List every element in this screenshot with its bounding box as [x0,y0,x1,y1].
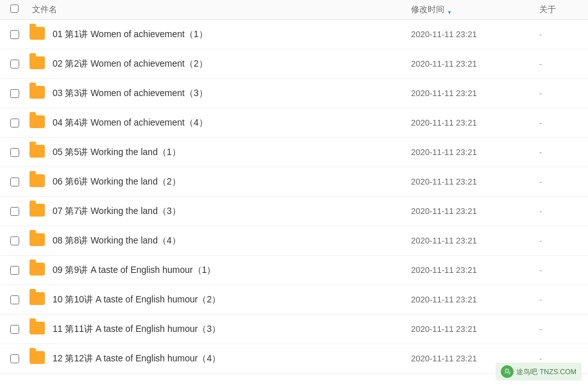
table-row[interactable]: 11 第11讲 A taste of English humour（3） 202… [0,315,588,344]
row-time: 2020-11-11 23:21 [411,177,539,186]
folder-icon [29,174,45,187]
row-checkbox-input[interactable] [10,325,19,334]
row-type: - [539,324,578,334]
table-row[interactable]: 10 第10讲 A taste of English humour（2） 202… [0,285,588,315]
row-checkbox-input[interactable] [10,60,19,69]
folder-icon [29,145,45,158]
header-checkbox-cell [10,4,29,15]
row-type: - [539,295,578,304]
table-row[interactable]: 09 第9讲 A taste of English humour（1） 2020… [0,256,588,285]
table-row[interactable]: 02 第2讲 Women of achievement（2） 2020-11-1… [0,49,588,79]
row-checkbox-input[interactable] [10,148,19,157]
table-row[interactable]: 07 第7讲 Working the land（3） 2020-11-11 23… [0,197,588,226]
row-checkbox-input[interactable] [10,236,19,245]
row-type: - [539,88,578,98]
row-type: - [539,265,578,275]
row-time: 2020-11-11 23:21 [411,265,539,275]
row-checkbox-cell [10,89,29,98]
folder-icon [29,263,45,276]
row-time: 2020-11-11 23:21 [411,59,539,69]
row-checkbox-input[interactable] [10,207,19,216]
folder-icon-cell [29,233,47,248]
row-type-partial: - [539,354,578,363]
row-name: 11 第11讲 A taste of English humour（3） [53,324,411,335]
row-type: - [539,177,578,186]
row-checkbox-cell [10,266,29,275]
table-row[interactable]: 03 第3讲 Women of achievement（3） 2020-11-1… [0,79,588,108]
folder-icon-cell [29,56,47,71]
row-time-partial: 2020-11-11 23:21 [411,354,539,363]
row-time: 2020-11-11 23:21 [411,206,539,216]
row-name: 02 第2讲 Women of achievement（2） [53,58,411,70]
file-rows-container: 01 第1讲 Women of achievement（1） 2020-11-1… [0,20,588,344]
row-name: 06 第6讲 Working the land（2） [53,176,411,188]
folder-icon [29,204,45,217]
row-name: 10 第10讲 A taste of English humour（2） [53,294,411,306]
folder-icon-cell [29,115,47,130]
table-row[interactable]: 01 第1讲 Women of achievement（1） 2020-11-1… [0,20,588,49]
table-row[interactable]: 08 第8讲 Working the land（4） 2020-11-11 23… [0,226,588,256]
row-checkbox-cell [10,148,29,157]
folder-icon [29,322,45,334]
table-row[interactable]: 04 第4讲 Women of achievement（4） 2020-11-1… [0,108,588,138]
row-checkbox-cell [10,295,29,304]
folder-icon-cell [29,292,47,307]
row-checkbox-input[interactable] [10,30,19,39]
table-row[interactable]: 06 第6讲 Working the land（2） 2020-11-11 23… [0,167,588,197]
row-name: 01 第1讲 Women of achievement（1） [53,29,411,40]
folder-icon [29,115,45,128]
row-checkbox-input[interactable] [10,266,19,275]
watermark-url: TNZS.COM [540,368,576,375]
row-type: - [539,59,578,69]
row-checkbox-cell [10,60,29,69]
row-time: 2020-11-11 23:21 [411,118,539,128]
row-type: - [539,147,578,157]
row-checkbox-cell [10,236,29,245]
folder-icon-cell [29,322,47,336]
row-checkbox-input[interactable] [10,295,19,304]
folder-icon-partial [29,351,47,366]
row-checkbox-cell [10,207,29,216]
row-checkbox-input-partial[interactable] [10,354,19,363]
header-type-label: 关于 [539,4,578,15]
folder-icon [29,292,45,305]
folder-icon [29,233,45,246]
row-type: - [539,118,578,128]
table-row[interactable]: 05 第5讲 Working the land（1） 2020-11-11 23… [0,138,588,167]
row-name: 04 第4讲 Women of achievement（4） [53,117,411,129]
row-name: 07 第7讲 Working the land（3） [53,206,411,217]
row-time: 2020-11-11 23:21 [411,88,539,98]
row-type: - [539,236,578,245]
row-type: - [539,206,578,216]
row-time: 2020-11-11 23:21 [411,236,539,245]
row-name: 08 第8讲 Working the land（4） [53,235,411,247]
header-name-label: 文件名 [29,4,411,15]
row-time: 2020-11-11 23:21 [411,295,539,304]
watermark-icon: 鸟 [501,365,514,378]
file-list: 文件名 修改时间 关于 01 第1讲 Women of achievement（… [0,0,588,374]
row-checkbox-partial [10,354,29,363]
header-time-label: 修改时间 [411,4,539,15]
row-checkbox-input[interactable] [10,177,19,186]
row-type: - [539,29,578,39]
row-time: 2020-11-11 23:21 [411,147,539,157]
folder-icon [29,56,45,69]
row-checkbox-input[interactable] [10,89,19,98]
row-name: 05 第5讲 Working the land（1） [53,147,411,158]
folder-icon-cell [29,204,47,218]
row-name: 03 第3讲 Women of achievement（3） [53,88,411,99]
watermark-text: 途鸟吧 [516,367,537,377]
select-all-checkbox[interactable] [10,4,19,13]
table-header: 文件名 修改时间 关于 [0,0,588,20]
row-checkbox-cell [10,325,29,334]
sort-time-icon[interactable] [447,6,453,13]
folder-icon-cell [29,174,47,189]
row-checkbox-cell [10,119,29,128]
row-checkbox-input[interactable] [10,119,19,128]
folder-icon-cell [29,86,47,101]
row-name-partial: 12 第12讲 A taste of English humour（4） [53,353,411,365]
row-checkbox-cell [10,177,29,186]
folder-icon [29,27,45,40]
row-time: 2020-11-11 23:21 [411,29,539,39]
folder-icon-cell [29,27,47,42]
